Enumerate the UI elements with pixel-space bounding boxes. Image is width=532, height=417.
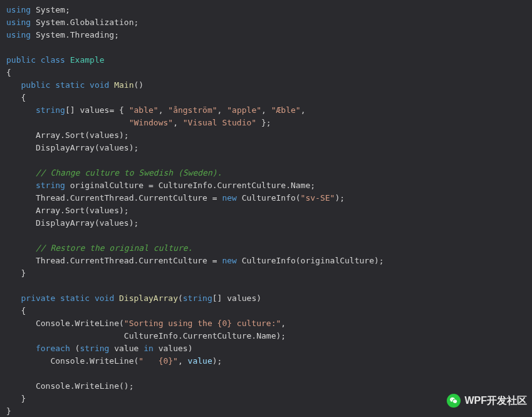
- code-line: using System.Threading;: [6, 30, 119, 40]
- token-plain: DisplayArray(values);: [6, 143, 138, 152]
- token-kw: using: [6, 30, 31, 40]
- token-plain: values): [154, 344, 193, 353]
- code-line: Array.Sort(values);: [6, 206, 129, 215]
- token-type: Example: [70, 55, 105, 65]
- code-line: {: [6, 68, 11, 77]
- code-line: Array.Sort(values);: [6, 130, 129, 140]
- code-line: Thread.CurrentThread.CurrentCulture = ne…: [6, 193, 345, 203]
- token-plain: };: [256, 118, 271, 127]
- token-plain: CultureInfo(originalCulture);: [237, 256, 384, 265]
- code-line: CultureInfo.CurrentCulture.Name);: [6, 331, 286, 340]
- token-kw: using: [6, 18, 31, 27]
- token-plain: System.Globalization;: [31, 18, 138, 27]
- watermark-overlay: WPF开发社区: [447, 394, 527, 408]
- token-str: "apple": [227, 105, 261, 115]
- token-plain: [65, 55, 70, 65]
- token-comment: // Change culture to Swedish (Sweden).: [36, 168, 222, 177]
- code-line: public static void Main(): [6, 80, 143, 90]
- token-plain: [6, 80, 21, 90]
- token-fn: DisplayArray: [119, 293, 178, 303]
- token-str: "ångström": [168, 105, 217, 115]
- watermark-text: WPF开发社区: [464, 394, 527, 407]
- token-plain: Array.Sort(values);: [6, 130, 129, 140]
- token-plain: [55, 293, 60, 303]
- token-kw: public: [6, 55, 36, 65]
- token-plain: {: [6, 306, 26, 315]
- token-plain: [6, 181, 36, 190]
- token-kw: string: [183, 293, 212, 303]
- token-plain: ,: [261, 105, 271, 115]
- token-str: "Æble": [271, 105, 301, 115]
- token-str: "Sorting using the {0} culture:": [124, 319, 281, 328]
- token-plain: [90, 293, 95, 303]
- token-kw: private: [21, 293, 55, 303]
- token-plain: value: [109, 344, 143, 353]
- token-plain: Console.WriteLine(: [6, 356, 138, 366]
- token-plain: [6, 293, 21, 303]
- token-plain: [114, 293, 119, 303]
- code-line: {: [6, 93, 26, 102]
- token-plain: (: [70, 344, 80, 353]
- token-plain: [6, 168, 36, 177]
- token-plain: (: [178, 293, 183, 303]
- code-line: // Change culture to Swedish (Sweden).: [6, 168, 222, 177]
- token-kw: in: [143, 344, 154, 353]
- token-plain: ,: [173, 118, 183, 127]
- token-plain: System.Threading;: [31, 30, 119, 40]
- token-str: "Windows": [129, 118, 173, 127]
- token-plain: [] values): [212, 293, 261, 303]
- token-kw: foreach: [36, 344, 70, 353]
- code-line: private static void DisplayArray(string[…: [6, 293, 261, 303]
- token-plain: Thread.CurrentThread.CurrentCulture =: [6, 256, 222, 265]
- code-line: }: [6, 406, 11, 416]
- code-line: // Restore the original culture.: [6, 243, 192, 253]
- code-line: Console.WriteLine();: [6, 381, 134, 391]
- code-line: Thread.CurrentThread.CurrentCulture = ne…: [6, 256, 384, 265]
- token-plain: Console.WriteLine(: [6, 319, 124, 328]
- token-plain: {: [6, 93, 26, 102]
- token-plain: ,: [178, 356, 188, 366]
- token-plain: );: [212, 356, 222, 366]
- token-str: "sv-SE": [301, 193, 335, 203]
- token-plain: Thread.CurrentThread.CurrentCulture =: [6, 193, 222, 203]
- token-plain: {: [6, 68, 11, 77]
- token-plain: [6, 344, 36, 353]
- token-id: value: [188, 356, 212, 366]
- token-kw: void: [90, 80, 109, 90]
- token-plain: [36, 55, 41, 65]
- token-kw: static: [55, 80, 85, 90]
- token-kw: public: [21, 80, 50, 90]
- token-plain: );: [335, 193, 345, 203]
- token-plain: originalCulture = CultureInfo.CurrentCul…: [65, 181, 315, 190]
- token-plain: [] values= {: [65, 105, 129, 115]
- code-block: using System; using System.Globalization…: [0, 0, 532, 417]
- code-line: }: [6, 394, 26, 403]
- token-plain: DisplayArray(values);: [6, 218, 138, 228]
- token-comment: // Restore the original culture.: [36, 243, 192, 253]
- code-line: string[] values= { "able", "ångström", "…: [6, 105, 306, 115]
- token-plain: CultureInfo.CurrentCulture.Name);: [6, 331, 286, 340]
- token-kw: string: [80, 344, 109, 353]
- token-kw: static: [60, 293, 90, 303]
- token-kw: string: [36, 181, 65, 190]
- code-line: {: [6, 306, 26, 315]
- token-plain: }: [6, 394, 26, 403]
- token-plain: Console.WriteLine();: [6, 381, 134, 391]
- code-line: foreach (string value in values): [6, 344, 192, 353]
- token-plain: ,: [159, 105, 169, 115]
- token-plain: [85, 80, 90, 90]
- token-plain: [6, 105, 36, 115]
- token-plain: [6, 243, 36, 253]
- code-line: using System;: [6, 5, 70, 14]
- code-line: DisplayArray(values);: [6, 143, 138, 152]
- token-str: " {0}": [138, 356, 178, 366]
- token-plain: System;: [31, 5, 70, 14]
- token-kw: class: [41, 55, 65, 65]
- code-line: using System.Globalization;: [6, 18, 138, 27]
- token-plain: ,: [281, 319, 286, 328]
- wechat-icon: [447, 394, 461, 408]
- token-plain: ,: [301, 105, 306, 115]
- code-line: }: [6, 268, 26, 278]
- token-plain: }: [6, 268, 26, 278]
- token-plain: CultureInfo(: [237, 193, 301, 203]
